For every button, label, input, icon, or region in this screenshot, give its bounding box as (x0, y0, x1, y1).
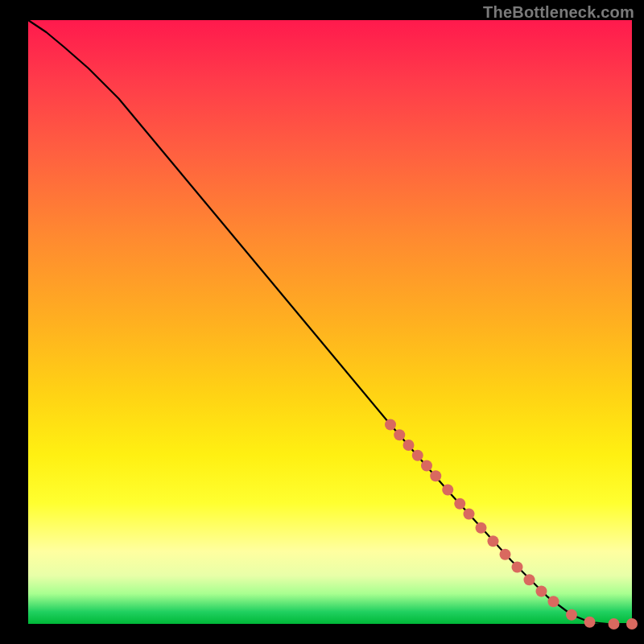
highlight-point (442, 485, 453, 496)
highlight-point (609, 618, 620, 630)
highlight-point (412, 450, 423, 461)
bottleneck-curve (28, 20, 632, 624)
highlight-point (512, 562, 523, 573)
highlight-point (464, 509, 475, 520)
curve-layer (28, 20, 632, 624)
highlight-point (476, 522, 487, 534)
highlight-point (626, 618, 638, 630)
chart-frame: TheBottleneck.com (0, 0, 644, 644)
highlight-point (566, 609, 577, 621)
chart-svg (28, 20, 632, 624)
highlight-point (403, 440, 415, 451)
highlight-point (454, 498, 465, 510)
highlight-point (524, 574, 535, 585)
highlight-point (500, 549, 511, 560)
watermark-text: TheBottleneck.com (483, 3, 634, 22)
highlight-point (394, 429, 405, 440)
highlight-point (488, 535, 499, 547)
highlight-point (548, 596, 559, 607)
highlight-point (430, 470, 441, 481)
highlight-point (385, 419, 396, 431)
marker-layer (385, 419, 638, 630)
highlight-point (536, 586, 547, 597)
highlight-point (421, 460, 432, 472)
highlight-point (584, 617, 596, 628)
